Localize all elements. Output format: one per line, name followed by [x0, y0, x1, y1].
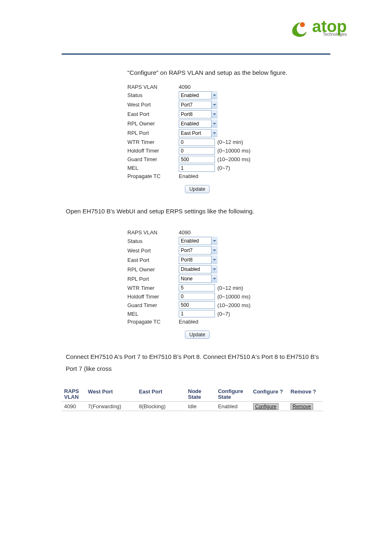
raps-vlan-value: 4090	[179, 84, 220, 90]
wtr-timer-hint: (0~12 min)	[217, 139, 243, 145]
rpl-owner-select[interactable]	[179, 120, 212, 128]
rpl-port-label: RPL Port	[127, 130, 179, 136]
holdoff-timer-input[interactable]	[179, 147, 215, 155]
holdoff-timer-hint: (0~10000 ms)	[217, 294, 251, 300]
chevron-down-icon[interactable]	[212, 101, 217, 109]
mel-hint: (0~7)	[217, 165, 230, 171]
intro-text-3: Connect EH7510 A's Port 7 to EH7510 B's …	[66, 351, 330, 375]
wtr-timer-label: WTR Timer	[127, 139, 179, 145]
header-rule	[62, 53, 330, 55]
table-row: 4090 7(Forwarding) 8(Blocking) Idle Enab…	[62, 401, 323, 411]
status-table: RAPS VLAN West Port East Port Node State…	[62, 387, 323, 411]
wtr-timer-input[interactable]	[179, 284, 215, 291]
propagate-tc-label: Propagate TC	[127, 173, 179, 179]
guard-timer-input[interactable]	[179, 156, 215, 163]
rpl-owner-label: RPL Owner	[127, 266, 179, 273]
status-label: Status	[127, 238, 179, 244]
chevron-down-icon[interactable]	[212, 129, 217, 137]
east-port-label: East Port	[127, 257, 179, 263]
rpl-port-select[interactable]	[179, 129, 212, 137]
east-port-select[interactable]	[179, 110, 212, 118]
raps-vlan-value: 4090	[179, 229, 220, 236]
rpl-owner-label: RPL Owner	[127, 120, 179, 127]
remove-button[interactable]: Remove	[291, 403, 313, 410]
west-port-select[interactable]	[179, 101, 212, 109]
chevron-down-icon[interactable]	[212, 246, 217, 254]
guard-timer-input[interactable]	[179, 301, 215, 309]
west-port-select[interactable]	[179, 246, 212, 254]
guard-timer-hint: (10~2000 ms)	[217, 302, 251, 308]
chevron-down-icon[interactable]	[212, 120, 217, 128]
propagate-tc-label: Propagate TC	[127, 319, 179, 325]
mel-label: MEL	[127, 165, 179, 171]
status-table-wrap: RAPS VLAN West Port East Port Node State…	[62, 387, 330, 411]
wtr-timer-hint: (0~12 min)	[217, 285, 243, 291]
mel-label: MEL	[127, 311, 179, 317]
status-select[interactable]	[179, 237, 212, 245]
guard-timer-label: Guard Timer	[127, 302, 179, 308]
configure-button[interactable]: Configure	[253, 403, 279, 410]
th-east-port: East Port	[136, 387, 185, 401]
west-port-label: West Port	[127, 247, 179, 254]
guard-timer-hint: (10~2000 ms)	[217, 156, 251, 162]
status-label: Status	[127, 92, 179, 98]
chevron-down-icon[interactable]	[212, 256, 217, 264]
logo-icon	[290, 19, 309, 37]
update-button[interactable]: Update	[185, 331, 210, 339]
status-select[interactable]	[179, 91, 212, 99]
propagate-tc-value: Enabled	[179, 173, 220, 179]
rpl-port-select[interactable]	[179, 275, 212, 283]
th-west-port: West Port	[85, 387, 136, 401]
intro-text-2: Open EH7510 B's WebUI and setup ERPS set…	[66, 206, 330, 217]
east-port-select[interactable]	[179, 256, 212, 264]
east-port-label: East Port	[127, 111, 179, 117]
mel-input[interactable]	[179, 164, 215, 172]
table-header-row: RAPS VLAN West Port East Port Node State…	[62, 387, 323, 401]
chevron-down-icon[interactable]	[212, 91, 217, 99]
holdoff-timer-hint: (0~10000 ms)	[217, 148, 251, 154]
th-configure-state: Configure State	[215, 387, 250, 401]
rpl-port-label: RPL Port	[127, 276, 179, 282]
td-west-port: 7(Forwarding)	[85, 401, 136, 411]
holdoff-timer-input[interactable]	[179, 293, 215, 300]
svg-point-0	[300, 22, 305, 27]
mel-hint: (0~7)	[217, 311, 230, 317]
th-raps-vlan: RAPS VLAN	[62, 387, 85, 401]
td-raps-vlan: 4090	[62, 401, 85, 411]
erps-form-b: RAPS VLAN 4090 Status West Port East Por…	[127, 229, 267, 339]
td-east-port: 8(Blocking)	[136, 401, 185, 411]
chevron-down-icon[interactable]	[212, 275, 217, 283]
th-node-state: Node State	[186, 387, 216, 401]
intro-text-1: "Configure" on RAPS VLAN and setup as th…	[127, 67, 330, 79]
brand-name: atop	[312, 20, 347, 33]
west-port-label: West Port	[127, 102, 179, 108]
raps-vlan-label: RAPS VLAN	[127, 229, 179, 236]
raps-vlan-label: RAPS VLAN	[127, 84, 179, 90]
th-configure-q: Configure ?	[251, 387, 288, 401]
chevron-down-icon[interactable]	[212, 237, 217, 245]
td-configure-state: Enabled	[215, 401, 250, 411]
holdoff-timer-label: Holdoff Timer	[127, 294, 179, 300]
wtr-timer-label: WTR Timer	[127, 285, 179, 291]
erps-form-a: RAPS VLAN 4090 Status West Port East Por…	[127, 84, 267, 193]
propagate-tc-value: Enabled	[179, 319, 220, 325]
chevron-down-icon[interactable]	[212, 110, 217, 118]
td-node-state: Idle	[186, 401, 216, 411]
th-remove-q: Remove ?	[288, 387, 323, 401]
guard-timer-label: Guard Timer	[127, 156, 179, 162]
wtr-timer-input[interactable]	[179, 139, 215, 146]
chevron-down-icon[interactable]	[212, 265, 217, 273]
rpl-owner-select[interactable]	[179, 265, 212, 273]
update-button[interactable]: Update	[185, 185, 210, 193]
brand-logo: atop Technologies	[290, 19, 347, 37]
mel-input[interactable]	[179, 310, 215, 317]
holdoff-timer-label: Holdoff Timer	[127, 148, 179, 154]
